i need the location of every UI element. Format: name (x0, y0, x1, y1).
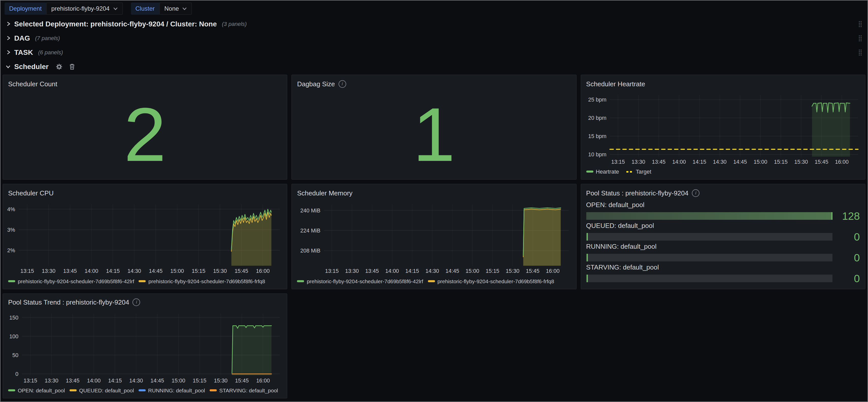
row-drag-handle-icon[interactable]: ⣿ (858, 49, 862, 56)
row-drag-handle-icon[interactable]: ⣿ (858, 34, 862, 42)
legend-item-open[interactable]: OPEN: default_pool (8, 387, 65, 393)
panel-title-pool-status-trend[interactable]: Pool Status Trend : prehistoric-flyby-92… (3, 293, 287, 308)
series-color-icon (297, 280, 304, 282)
svg-text:15:00: 15:00 (466, 268, 479, 274)
legend-label: prehistoric-flyby-9204-scheduler-7d69b5f… (18, 278, 134, 284)
svg-text:14:15: 14:15 (108, 377, 122, 383)
gauge-queued-default-pool: QUEUED: default_pool 0 (586, 222, 860, 242)
variable-deployment-select[interactable]: prehistoric-flyby-9204 (46, 3, 123, 15)
svg-text:14:15: 14:15 (106, 268, 120, 274)
svg-text:10 bpm: 10 bpm (588, 151, 606, 158)
svg-text:15:45: 15:45 (814, 159, 828, 165)
cpu-plot: 13:1513:3013:4514:0014:1514:3014:4515:00… (6, 200, 284, 276)
panel-scheduler-heartrate: Scheduler Heartrate 13:1513:3013:4514:00… (581, 74, 865, 180)
gauge-track (586, 274, 833, 282)
row-title: Selected Deployment: prehistoric-flyby-9… (14, 20, 217, 28)
chevron-right-icon (6, 50, 11, 55)
pool-trend-chart[interactable]: 13:1513:3013:4514:0014:1514:3014:4515:00… (3, 308, 287, 385)
svg-text:15:30: 15:30 (214, 377, 228, 383)
legend-item-target[interactable]: Target (626, 169, 651, 175)
svg-text:4%: 4% (7, 206, 15, 213)
svg-text:13:45: 13:45 (63, 268, 77, 274)
svg-text:13:15: 13:15 (611, 159, 625, 165)
legend-item-pod-frfq8[interactable]: prehistoric-flyby-9204-scheduler-7d69b5f… (139, 278, 265, 284)
svg-text:14:00: 14:00 (85, 268, 98, 274)
svg-text:16:00: 16:00 (256, 268, 270, 274)
variable-cluster-select[interactable]: None (159, 3, 192, 15)
grafana-dashboard: Deployment prehistoric-flyby-9204 Cluste… (0, 0, 868, 402)
series-color-icon (139, 280, 146, 282)
gauge-label: OPEN: default_pool (586, 201, 860, 209)
variable-deployment-value: prehistoric-flyby-9204 (51, 5, 110, 12)
series-color-icon (586, 171, 593, 173)
legend-item-queued[interactable]: QUEUED: default_pool (69, 387, 134, 393)
panel-title-scheduler-heartrate[interactable]: Scheduler Heartrate (581, 75, 865, 90)
svg-text:0: 0 (16, 371, 19, 377)
svg-text:15:30: 15:30 (213, 268, 227, 274)
svg-text:13:30: 13:30 (345, 268, 359, 274)
svg-text:13:15: 13:15 (20, 268, 34, 274)
row-title: Scheduler (14, 62, 49, 70)
panel-title-text: Pool Status Trend : prehistoric-flyby-92… (8, 299, 129, 306)
legend-item-running[interactable]: RUNNING: default_pool (138, 387, 205, 393)
memory-chart[interactable]: 13:1513:3013:4514:0014:1514:3014:4515:00… (292, 199, 576, 276)
row-drag-handle-icon[interactable]: ⣿ (858, 20, 862, 27)
series-color-icon (138, 389, 146, 391)
cpu-chart[interactable]: 13:1513:3013:4514:0014:1514:3014:4515:00… (3, 199, 287, 276)
svg-text:224 MiB: 224 MiB (301, 228, 320, 234)
row-scheduler[interactable]: Scheduler (1, 59, 867, 73)
row-task[interactable]: TASK (6 panels) ⣿ (1, 45, 867, 59)
gauge-value: 0 (839, 252, 860, 263)
panel-title-scheduler-cpu[interactable]: Scheduler CPU (3, 185, 287, 199)
row-panel-count: (6 panels) (38, 49, 63, 55)
legend-label: Heartrate (596, 169, 619, 175)
panel-title-text: Scheduler Heartrate (586, 80, 645, 88)
svg-text:14:15: 14:15 (406, 268, 419, 274)
panel-pool-status-trend: Pool Status Trend : prehistoric-flyby-92… (3, 293, 287, 398)
svg-text:50: 50 (12, 352, 19, 358)
gauge-starving-default-pool: STARVING: default_pool 0 (586, 263, 860, 283)
heartrate-chart[interactable]: 13:1513:3013:4514:0014:1514:3014:4515:00… (581, 90, 865, 167)
row-dag[interactable]: DAG (7 panels) ⣿ (1, 31, 867, 45)
panel-title-dagbag-size[interactable]: Dagbag Size i (292, 75, 576, 90)
chevron-right-icon (6, 21, 11, 26)
svg-text:13:15: 13:15 (24, 377, 37, 383)
svg-text:14:45: 14:45 (151, 377, 164, 383)
series-color-icon (428, 280, 435, 282)
legend-label: Target (636, 169, 651, 175)
series-color-icon (626, 171, 633, 173)
gauge-running-default-pool: RUNNING: default_pool 0 (586, 243, 860, 263)
svg-text:15:00: 15:00 (172, 377, 185, 383)
legend-item-pod-42lrf[interactable]: prehistoric-flyby-9204-scheduler-7d69b5f… (297, 278, 423, 284)
row-selected-deployment[interactable]: Selected Deployment: prehistoric-flyby-9… (1, 17, 867, 31)
info-icon[interactable]: i (133, 299, 141, 306)
legend-item-pod-frfq8[interactable]: prehistoric-flyby-9204-scheduler-7d69b5f… (428, 278, 554, 284)
row-settings-gear-icon[interactable] (56, 63, 62, 70)
info-icon[interactable]: i (692, 189, 700, 197)
panel-title-scheduler-count[interactable]: Scheduler Count (3, 75, 287, 90)
svg-text:14:45: 14:45 (733, 159, 747, 165)
row-title: TASK (14, 48, 33, 56)
panel-title-text: Scheduler CPU (8, 189, 54, 197)
row-panel-count: (7 panels) (35, 35, 60, 41)
legend-item-starving[interactable]: STARVING: default_pool (210, 387, 278, 393)
gauge-open-default-pool: OPEN: default_pool 128 (586, 201, 860, 222)
svg-text:16:00: 16:00 (546, 268, 560, 274)
legend-item-pod-42lrf[interactable]: prehistoric-flyby-9204-scheduler-7d69b5f… (8, 278, 134, 284)
gauge-track (586, 212, 833, 220)
pool-status-gauges: OPEN: default_pool 128 QUEUED: default_p… (581, 199, 865, 289)
info-icon[interactable]: i (339, 80, 346, 88)
legend-item-heartrate[interactable]: Heartrate (586, 169, 619, 175)
panel-pool-status: Pool Status : prehistoric-flyby-9204 i O… (581, 184, 865, 289)
panel-grid: Scheduler Count 2 Dagbag Size i 1 Schedu… (1, 73, 867, 401)
panel-title-scheduler-memory[interactable]: Scheduler Memory (292, 185, 576, 199)
heartrate-plot: 13:1513:3013:4514:0014:1514:3014:4515:00… (584, 91, 862, 167)
panel-dagbag-size: Dagbag Size i 1 (291, 74, 577, 180)
svg-text:15:45: 15:45 (526, 268, 539, 274)
series-color-icon (8, 280, 15, 282)
variable-cluster-value: None (164, 5, 179, 12)
panel-title-pool-status[interactable]: Pool Status : prehistoric-flyby-9204 i (581, 185, 865, 199)
row-delete-trash-icon[interactable] (69, 63, 75, 70)
svg-text:15:30: 15:30 (506, 268, 520, 274)
gauge-label: STARVING: default_pool (586, 263, 860, 271)
